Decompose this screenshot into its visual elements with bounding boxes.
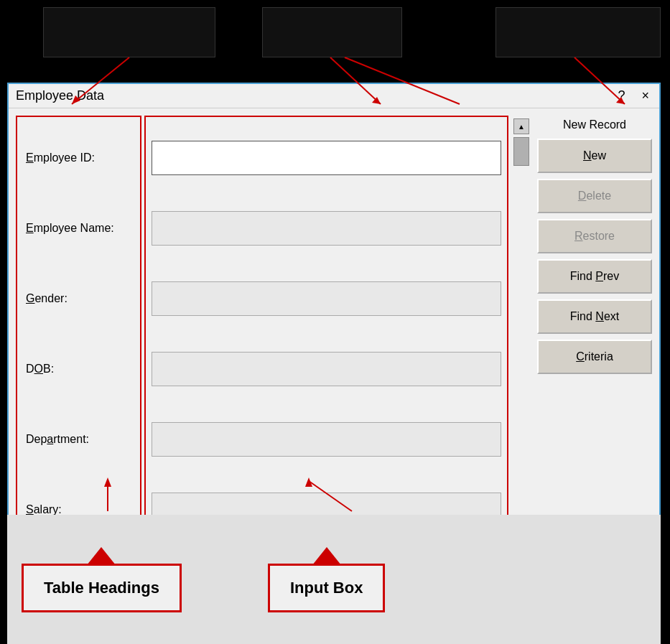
- find-prev-btn-label: Find Prev: [570, 270, 619, 282]
- table-headings-annotation: Table Headings: [22, 547, 182, 612]
- criteria-btn-label: Criteria: [576, 350, 613, 363]
- input-box-arrow-tab: [312, 547, 341, 565]
- find-next-button[interactable]: Find Next: [537, 299, 652, 334]
- label-employee-name: Employee Name:: [26, 218, 131, 239]
- input-gender[interactable]: [152, 281, 501, 316]
- delete-btn-label: Delete: [578, 190, 611, 202]
- restore-btn-label: Restore: [574, 230, 615, 242]
- top-box-1: [43, 7, 215, 57]
- dialog-title: Employee Data: [16, 88, 104, 103]
- label-gender: Gender:: [26, 288, 131, 309]
- label-dob: DOB:: [26, 358, 131, 380]
- find-prev-button[interactable]: Find Prev: [537, 259, 652, 294]
- input-box-label: Input Box: [290, 579, 363, 597]
- table-headings-arrow-tab: [87, 547, 116, 565]
- input-employee-id[interactable]: [152, 141, 501, 175]
- restore-button[interactable]: Restore: [537, 219, 652, 253]
- new-btn-underline: New: [583, 149, 606, 162]
- input-dob[interactable]: [152, 352, 501, 386]
- scroll-thumb[interactable]: [513, 137, 529, 166]
- dialog-close-button[interactable]: ×: [638, 88, 652, 103]
- scroll-up-button[interactable]: ▲: [513, 118, 529, 134]
- top-box-3: [495, 7, 661, 57]
- top-black-area: [0, 0, 670, 83]
- find-next-btn-label: Find Next: [570, 310, 619, 322]
- annotation-area: Table Headings Input Box: [7, 515, 661, 644]
- table-headings-box: Table Headings: [22, 564, 182, 612]
- table-headings-label: Table Headings: [44, 579, 159, 597]
- help-button[interactable]: ?: [615, 88, 628, 103]
- input-box-box: Input Box: [268, 564, 385, 612]
- new-button[interactable]: New: [537, 139, 652, 173]
- delete-button[interactable]: Delete: [537, 179, 652, 213]
- label-employee-id: Employee ID:: [26, 147, 131, 169]
- title-bar: Employee Data ? ×: [9, 84, 659, 108]
- input-box-annotation: Input Box: [268, 547, 385, 612]
- criteria-button[interactable]: Criteria: [537, 340, 652, 374]
- top-box-2: [262, 7, 402, 57]
- label-department: Department:: [26, 429, 131, 450]
- title-controls: ? ×: [615, 88, 652, 103]
- input-department[interactable]: [152, 422, 501, 457]
- section-label: New Record: [537, 118, 652, 131]
- input-employee-name[interactable]: [152, 211, 501, 246]
